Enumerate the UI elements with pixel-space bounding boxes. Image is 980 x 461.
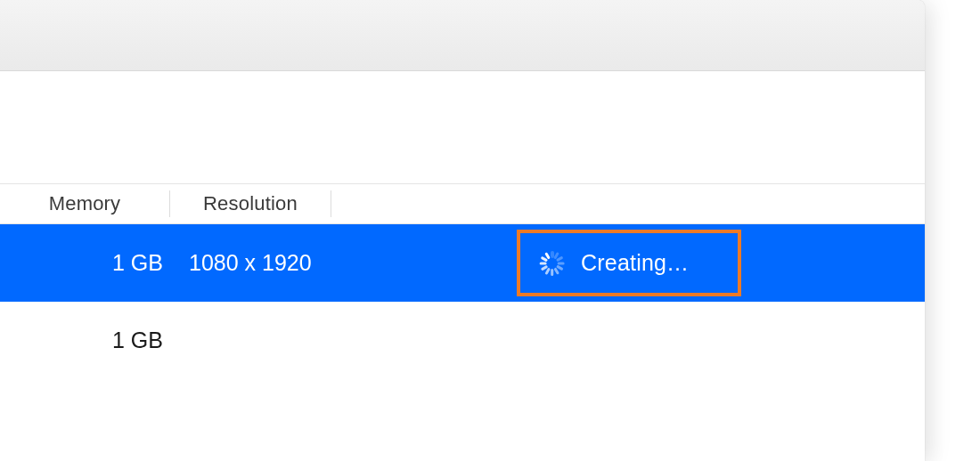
- column-header-resolution[interactable]: Resolution: [170, 184, 331, 223]
- spinner-icon: [540, 251, 565, 276]
- table-header: Memory Resolution: [0, 183, 925, 224]
- status-creating: Creating…: [529, 243, 703, 283]
- window-titlebar: [0, 0, 925, 71]
- table-row[interactable]: 1 GB 1080 x 1920 Creating…: [0, 224, 925, 302]
- cell-memory: 1 GB: [0, 250, 169, 276]
- status-text: Creating…: [581, 250, 689, 276]
- table-row[interactable]: 1 GB: [0, 302, 925, 379]
- column-header-memory[interactable]: Memory: [0, 184, 169, 223]
- toolbar-spacer: [0, 71, 925, 183]
- cell-memory: 1 GB: [0, 328, 169, 353]
- column-divider: [331, 190, 331, 217]
- app-window: Memory Resolution 1 GB 1080 x 1920 Creat…: [0, 0, 925, 461]
- cell-resolution: 1080 x 1920: [169, 250, 437, 276]
